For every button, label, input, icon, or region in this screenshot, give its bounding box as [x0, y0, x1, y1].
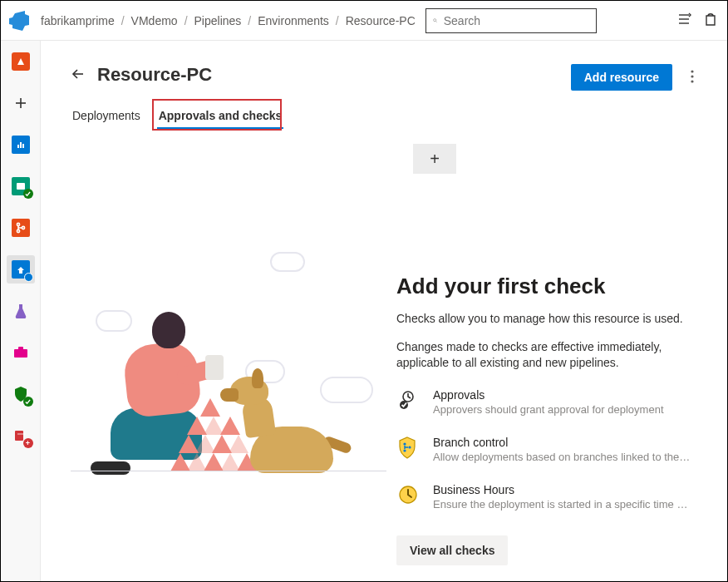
breadcrumb-separator: / — [336, 14, 339, 27]
crumb-org[interactable]: fabrikamprime — [41, 14, 115, 27]
filter-icon[interactable] — [677, 12, 692, 29]
empty-state-illustration — [71, 144, 386, 510]
check-type-business-hours[interactable]: Business Hours Ensure the deployment is … — [396, 483, 697, 510]
svg-point-11 — [17, 223, 19, 225]
empty-state-title: Add your first check — [396, 274, 697, 299]
svg-line-1 — [435, 21, 436, 22]
svg-rect-10 — [17, 183, 25, 190]
business-hours-icon — [396, 483, 420, 506]
crumb-project[interactable]: VMdemo — [131, 14, 178, 27]
rail-security[interactable] — [7, 380, 35, 408]
branch-control-icon — [396, 436, 420, 459]
left-nav-rail: + — [1, 41, 41, 581]
empty-state-desc-1: Checks allow you to manage how this reso… — [396, 311, 697, 328]
svg-point-24 — [403, 442, 406, 445]
rail-add[interactable] — [7, 89, 35, 117]
svg-point-19 — [691, 70, 693, 72]
rail-branches[interactable] — [7, 214, 35, 242]
header-actions — [677, 12, 717, 29]
tab-approvals-and-checks[interactable]: Approvals and checks — [157, 104, 284, 131]
svg-rect-17 — [17, 433, 26, 435]
search-box[interactable] — [425, 8, 597, 33]
rail-boards[interactable] — [7, 131, 35, 159]
svg-rect-8 — [20, 142, 22, 148]
svg-point-26 — [408, 446, 411, 448]
svg-rect-7 — [17, 145, 19, 148]
breadcrumb: fabrikamprime / VMdemo / Pipelines / Env… — [41, 14, 416, 27]
check-title: Business Hours — [433, 483, 691, 496]
breadcrumb-separator: / — [184, 14, 188, 27]
svg-point-0 — [433, 19, 435, 22]
tabs: Deployments Approvals and checks — [71, 104, 697, 131]
check-title: Approvals — [433, 388, 664, 402]
add-check-button[interactable]: + — [413, 144, 456, 174]
search-input[interactable] — [444, 14, 589, 27]
svg-rect-15 — [18, 347, 23, 350]
crumb-environments[interactable]: Environments — [258, 14, 329, 27]
svg-point-25 — [403, 449, 406, 451]
rail-wiki[interactable]: + — [7, 422, 35, 450]
empty-state-desc-2: Changes made to checks are effective imm… — [396, 339, 697, 372]
check-type-approvals[interactable]: Approvals Approvers should grant approva… — [396, 388, 697, 416]
marketplace-icon[interactable] — [704, 12, 717, 29]
back-arrow-icon[interactable] — [71, 67, 86, 84]
tab-deployments[interactable]: Deployments — [71, 104, 142, 131]
main-content: Resource-PC Add resource Deployments App… — [41, 41, 727, 581]
title-actions: Add resource — [571, 64, 697, 91]
check-type-branch-control[interactable]: Branch control Allow deployments based o… — [396, 436, 697, 463]
svg-point-13 — [22, 226, 24, 229]
crumb-pipelines[interactable]: Pipelines — [194, 14, 242, 27]
rail-artifacts[interactable] — [7, 338, 35, 367]
top-header: fabrikamprime / VMdemo / Pipelines / Env… — [1, 1, 727, 41]
rail-test-plans[interactable] — [7, 297, 35, 325]
azure-devops-logo[interactable] — [9, 11, 29, 31]
svg-rect-9 — [22, 144, 24, 148]
svg-point-21 — [691, 80, 693, 82]
add-resource-button[interactable]: Add resource — [571, 64, 672, 91]
rail-overview[interactable] — [7, 47, 35, 76]
view-all-checks-button[interactable]: View all checks — [396, 535, 508, 565]
check-subtitle: Allow deployments based on branches link… — [433, 451, 691, 463]
check-title: Branch control — [433, 436, 691, 449]
svg-rect-16 — [15, 431, 23, 441]
svg-rect-14 — [14, 349, 27, 358]
svg-point-12 — [17, 229, 19, 232]
page-title: Resource-PC — [97, 64, 212, 86]
cloud-icon — [270, 252, 305, 272]
approvals-icon — [396, 388, 420, 412]
crumb-current[interactable]: Resource-PC — [346, 14, 416, 27]
more-options-icon[interactable] — [687, 67, 697, 89]
svg-point-20 — [691, 75, 693, 77]
check-subtitle: Approvers should grant approval for depl… — [433, 403, 664, 416]
illustration-dog — [237, 382, 345, 473]
rail-repos[interactable] — [7, 172, 35, 200]
rail-pipelines[interactable] — [7, 255, 35, 284]
checks-panel: + Add your first check Checks allow you … — [386, 144, 697, 565]
breadcrumb-separator: / — [248, 14, 251, 27]
breadcrumb-separator: / — [121, 14, 125, 27]
search-icon — [433, 14, 437, 27]
check-subtitle: Ensure the deployment is started in a sp… — [433, 498, 691, 510]
